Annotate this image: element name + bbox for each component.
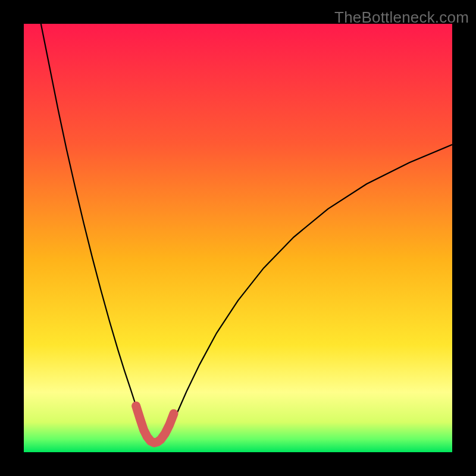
plot-area	[24, 24, 452, 452]
chart-svg	[24, 24, 452, 452]
chart-frame: TheBottleneck.com	[0, 0, 476, 476]
watermark-text: TheBottleneck.com	[334, 8, 469, 27]
